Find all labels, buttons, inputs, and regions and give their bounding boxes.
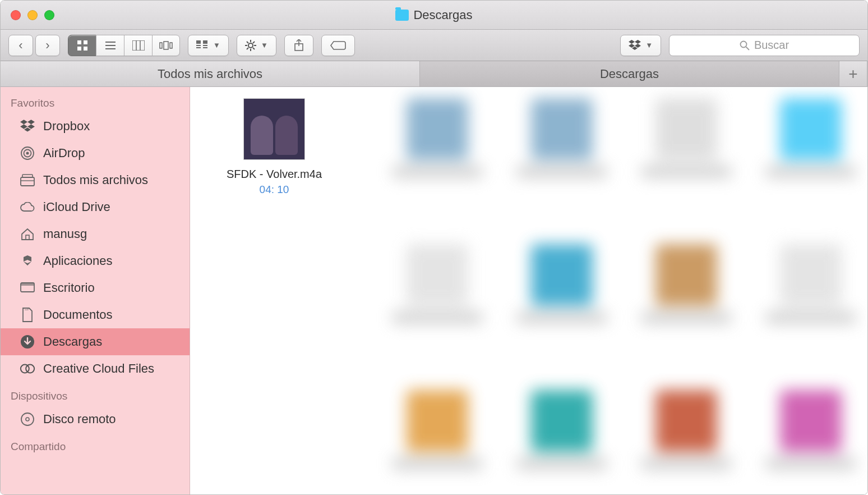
sidebar-item-label: Aplicaciones (43, 254, 113, 268)
svg-line-24 (247, 42, 248, 43)
svg-point-43 (26, 365, 34, 373)
sidebar-item-home[interactable]: manusg (1, 221, 190, 247)
svg-point-30 (740, 41, 746, 47)
file-item[interactable]: SFDK - Volver.m4a 04: 10 (218, 98, 330, 196)
content-area[interactable]: SFDK - Volver.m4a 04: 10 (190, 87, 867, 494)
svg-rect-18 (203, 47, 207, 48)
svg-rect-14 (196, 45, 201, 46)
sidebar-item-label: Todos mis archivos (43, 173, 148, 187)
svg-rect-10 (164, 42, 168, 49)
svg-rect-4 (105, 42, 116, 43)
svg-point-34 (26, 152, 29, 155)
back-button[interactable]: ‹ (8, 35, 33, 56)
chevron-left-icon: ‹ (19, 38, 22, 53)
window-zoom-button[interactable] (44, 10, 54, 20)
arrange-icon (196, 40, 209, 51)
svg-rect-1 (84, 40, 87, 44)
sidebar-section-shared: Compartido (1, 438, 190, 456)
svg-line-27 (253, 42, 255, 43)
sidebar-item-all-files[interactable]: Todos mis archivos (1, 167, 190, 194)
svg-rect-13 (196, 40, 201, 44)
icloud-icon (20, 199, 35, 215)
svg-rect-35 (21, 177, 34, 186)
svg-rect-11 (160, 43, 162, 48)
gear-icon (245, 40, 256, 51)
sidebar-item-desktop[interactable]: Escritorio (1, 274, 190, 301)
sidebar-item-label: iCloud Drive (43, 200, 110, 214)
airdrop-icon (20, 145, 35, 161)
sidebar-item-label: Creative Cloud Files (43, 361, 154, 376)
downloads-icon (20, 334, 35, 350)
icon-view-button[interactable] (68, 35, 96, 56)
svg-rect-7 (132, 40, 145, 51)
file-name: SFDK - Volver.m4a (227, 167, 322, 181)
tab-label: Todos mis archivos (158, 67, 262, 81)
all-files-icon (20, 172, 35, 188)
chevron-down-icon: ▼ (645, 41, 653, 49)
sidebar-item-dropbox[interactable]: Dropbox (1, 113, 190, 140)
tab-bar: Todos mis archivos Descargas + (1, 61, 867, 87)
plus-icon: + (848, 65, 857, 83)
apps-icon (20, 253, 35, 269)
share-icon (294, 39, 304, 52)
chevron-right-icon: › (45, 38, 49, 53)
sidebar-item-applications[interactable]: Aplicaciones (1, 247, 190, 274)
sidebar-item-label: Escritorio (43, 281, 95, 295)
dropbox-icon (629, 40, 641, 51)
sidebar-item-label: Documentos (43, 308, 113, 322)
svg-rect-40 (21, 283, 34, 286)
tab-label: Descargas (600, 67, 659, 81)
svg-line-26 (247, 48, 248, 49)
tags-button[interactable] (321, 35, 355, 56)
svg-rect-6 (105, 48, 116, 49)
tab-downloads[interactable]: Descargas (420, 61, 839, 86)
dropbox-toolbar-button[interactable]: ▼ (620, 35, 661, 56)
tab-all-files[interactable]: Todos mis archivos (1, 61, 420, 86)
chevron-down-icon: ▼ (213, 41, 220, 49)
toolbar: ‹ › ▼ ▼ (1, 30, 867, 61)
sidebar-item-label: AirDrop (43, 146, 85, 161)
svg-rect-2 (77, 47, 81, 51)
svg-point-44 (21, 413, 34, 425)
search-placeholder: Buscar (754, 39, 789, 52)
sidebar-item-documents[interactable]: Documentos (1, 301, 190, 328)
window-title-text: Descargas (413, 8, 472, 22)
svg-line-31 (746, 47, 749, 50)
list-icon (105, 40, 116, 51)
sidebar-item-icloud[interactable]: iCloud Drive (1, 194, 190, 221)
finder-window: Descargas ‹ › ▼ ▼ (0, 0, 868, 495)
svg-rect-3 (84, 47, 87, 51)
view-mode-segment (68, 35, 180, 56)
file-duration: 04: 10 (260, 184, 289, 196)
columns-icon (132, 40, 145, 51)
arrange-button[interactable]: ▼ (188, 35, 229, 56)
sidebar-section-devices: Dispositivos (1, 388, 190, 406)
sidebar-item-label: Descargas (43, 334, 102, 349)
sidebar-item-downloads[interactable]: Descargas (1, 328, 190, 355)
forward-button[interactable]: › (35, 35, 60, 56)
window-close-button[interactable] (11, 10, 21, 20)
list-view-button[interactable] (96, 35, 124, 56)
svg-rect-17 (203, 45, 207, 46)
search-field[interactable]: Buscar (669, 35, 860, 56)
sidebar-item-creative-cloud[interactable]: Creative Cloud Files (1, 355, 190, 382)
nav-group: ‹ › (8, 35, 60, 56)
sidebar-item-label: manusg (43, 227, 87, 241)
column-view-button[interactable] (124, 35, 152, 56)
svg-rect-15 (196, 47, 201, 48)
disc-icon (20, 411, 35, 427)
sidebar-item-remote-disc[interactable]: Disco remoto (1, 406, 190, 433)
svg-rect-0 (77, 40, 81, 44)
window-minimize-button[interactable] (27, 10, 38, 20)
share-button[interactable] (284, 35, 313, 56)
window-title: Descargas (1, 8, 867, 22)
coverflow-view-button[interactable] (152, 35, 180, 56)
body: Favoritos Dropbox AirDrop Todos mis arch… (1, 87, 867, 494)
coverflow-icon (159, 40, 173, 51)
desktop-icon (20, 280, 35, 296)
tag-icon (330, 40, 346, 51)
svg-rect-5 (105, 45, 116, 46)
sidebar-item-airdrop[interactable]: AirDrop (1, 140, 190, 167)
action-button[interactable]: ▼ (237, 35, 276, 56)
new-tab-button[interactable]: + (839, 61, 867, 86)
